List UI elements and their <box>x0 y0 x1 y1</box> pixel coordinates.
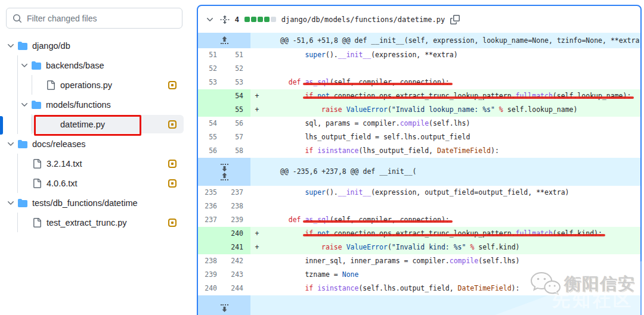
code-token: connection.ops.extract_trunc_lookup_patt… <box>330 92 516 100</box>
code-token: not <box>317 92 330 100</box>
old-line-number[interactable]: 51 <box>198 48 224 62</box>
diff-block-added <box>251 17 256 22</box>
new-line-number[interactable]: 243 <box>224 268 250 282</box>
diff-row-context: 236238 <box>198 199 640 213</box>
code-token: (lhs_output_field, <box>358 146 437 155</box>
old-line-number[interactable] <box>198 227 224 241</box>
tree-folder-tests-db-functions-datetime[interactable]: tests/db_functions/datetime <box>0 193 190 213</box>
expand-down-button[interactable] <box>221 162 228 172</box>
new-line-number[interactable]: 58 <box>224 144 250 158</box>
tree-folder-django-db[interactable]: django/db <box>0 36 190 55</box>
code-line: super().__init__(expression, output_fiel… <box>264 186 640 199</box>
old-line-number[interactable]: 56 <box>198 144 224 158</box>
tree-folder-docs-releases[interactable]: docs/releases <box>0 134 190 154</box>
new-line-number[interactable]: 242 <box>224 254 250 268</box>
expand-down-button[interactable] <box>221 302 228 313</box>
diff-file-path[interactable]: django/db/models/functions/datetime.py <box>281 15 445 24</box>
code-token <box>272 146 305 155</box>
code-token <box>272 78 289 86</box>
tree-file-test-extract-trunc-py[interactable]: test_extract_trunc.py <box>0 213 190 232</box>
modified-status-icon <box>168 179 177 188</box>
diff-marker <box>250 144 264 158</box>
diff-marker <box>250 282 264 295</box>
old-line-number[interactable] <box>198 103 224 117</box>
folder-icon <box>18 198 27 208</box>
diff-marker <box>250 76 264 89</box>
tree-file-operations-py[interactable]: operations.py <box>0 75 190 95</box>
filter-changed-files-input[interactable] <box>27 14 176 23</box>
new-line-number[interactable]: 241 <box>224 241 250 254</box>
tree-file-4-0-6-txt[interactable]: 4.0.6.txt <box>0 173 190 193</box>
old-line-number[interactable]: 55 <box>198 130 224 144</box>
new-line-number[interactable]: 56 <box>224 117 250 130</box>
code-token <box>272 105 321 114</box>
fold-up-arrow-icon <box>221 173 228 178</box>
fold-down-arrow-icon <box>221 307 228 312</box>
old-line-number[interactable]: 237 <box>198 213 224 227</box>
new-line-number[interactable]: 237 <box>224 186 250 199</box>
code-token: DateTimeField <box>437 146 491 155</box>
new-line-number[interactable]: 52 <box>224 62 250 76</box>
code-token: lhs_output_field = self.lhs.output_field <box>272 133 470 141</box>
search-icon <box>13 14 22 23</box>
code-token: compile <box>450 257 478 265</box>
expand-up-button[interactable] <box>221 36 228 46</box>
unfold-all-icon[interactable] <box>220 15 230 24</box>
old-line-number[interactable] <box>198 241 224 254</box>
diff-file-header: 4 django/db/models/functions/datetime.py <box>198 6 640 33</box>
diff-row-context: 238242 inner_sql, inner_params = compile… <box>198 254 640 268</box>
new-line-number[interactable]: 55 <box>224 103 250 117</box>
collapse-file-chevron-icon[interactable] <box>205 15 215 24</box>
fold-dots <box>221 43 228 44</box>
tree-folder-backends-base[interactable]: backends/base <box>0 55 190 75</box>
diff-block-added <box>258 17 263 22</box>
new-line-number[interactable]: 53 <box>224 76 250 89</box>
old-line-number[interactable]: 52 <box>198 62 224 76</box>
old-line-number[interactable]: 240 <box>198 282 224 295</box>
new-line-number[interactable]: 57 <box>224 130 250 144</box>
code-token <box>272 51 305 59</box>
diff-marker <box>250 213 264 227</box>
diff-row-context: 237239 def as_sql(self, compiler, connec… <box>198 213 640 227</box>
new-line-number[interactable]: 51 <box>224 48 250 62</box>
tree-item-label: backends/base <box>46 61 104 70</box>
old-line-number[interactable]: 239 <box>198 268 224 282</box>
new-line-number[interactable]: 240 <box>224 227 250 241</box>
old-line-number[interactable]: 54 <box>198 117 224 130</box>
expand-up-button[interactable] <box>221 172 228 182</box>
copy-path-icon[interactable] <box>450 15 460 24</box>
old-line-number[interactable] <box>198 89 224 103</box>
selected-file-accent-bar <box>0 116 3 135</box>
diff-marker <box>250 186 264 199</box>
code-token <box>272 216 289 224</box>
tree-item-label: docs/releases <box>32 139 85 149</box>
new-line-number[interactable]: 244 <box>224 282 250 295</box>
code-token: ( <box>388 243 392 251</box>
old-line-number[interactable]: 235 <box>198 186 224 199</box>
code-token: tzname = <box>272 270 342 279</box>
old-line-number[interactable]: 236 <box>198 199 224 213</box>
hunk-gutter <box>198 158 250 186</box>
new-line-number[interactable]: 239 <box>224 213 250 227</box>
old-line-number[interactable]: 238 <box>198 254 224 268</box>
code-line: if isinstance(lhs_output_field, DateTime… <box>264 144 640 158</box>
code-token: (expression, output_field=output_field, … <box>371 188 569 197</box>
hunk-gutter <box>198 33 250 48</box>
tree-item-label: 4.0.6.txt <box>47 179 78 188</box>
code-token: (self.lhs) <box>478 257 519 265</box>
diff-panel: 4 django/db/models/functions/datetime.py… <box>197 5 642 315</box>
code-token: ): <box>491 146 499 155</box>
code-token: not <box>317 229 330 238</box>
tree-folder-models-functions[interactable]: models/functions <box>0 95 190 114</box>
code-token: ): <box>512 284 520 292</box>
code-line: sql, params = compiler.compile(self.lhs) <box>264 117 640 130</box>
tree-indent-guide <box>17 213 18 232</box>
new-line-number[interactable]: 54 <box>224 89 250 103</box>
code-token: ValueError <box>346 105 388 114</box>
tree-file-3-2-14-txt[interactable]: 3.2.14.txt <box>0 154 190 173</box>
old-line-number[interactable]: 53 <box>198 76 224 89</box>
code-line: raise ValueError("Invalid lookup_name: %… <box>264 103 640 117</box>
new-line-number[interactable]: 238 <box>224 199 250 213</box>
code-token: self.lookup_name) <box>503 105 578 114</box>
annotation-red-underline: as_sql(self, compiler, connection): <box>305 216 449 224</box>
